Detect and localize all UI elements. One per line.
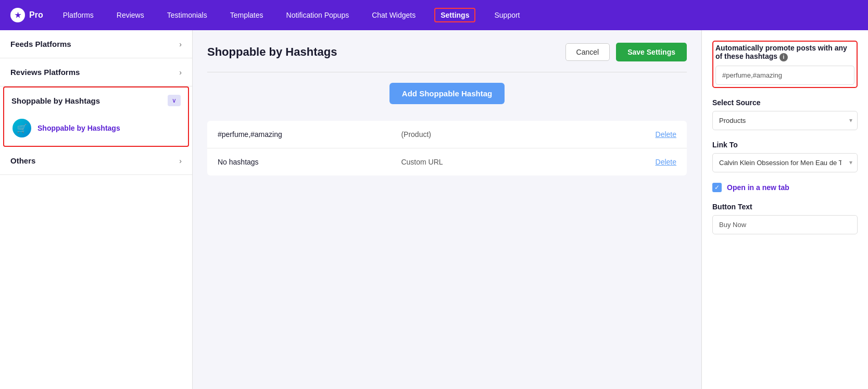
chevron-right-icon: › [179, 40, 182, 48]
button-text-section: Button Text [712, 203, 858, 234]
hashtag-type: Custom URL [401, 158, 584, 166]
open-new-tab-label[interactable]: Open in a new tab [727, 183, 789, 192]
delete-button-1[interactable]: Delete [585, 158, 676, 166]
hashtag-table: #perfume,#amazing (Product) Delete No ha… [207, 121, 687, 175]
nav-testimonials[interactable]: Testimonials [163, 9, 211, 21]
source-select[interactable]: Products [712, 111, 858, 130]
shoppable-sub-item[interactable]: 🛒 Shoppable by Hashtags [4, 114, 188, 146]
shoppable-label: Shoppable by Hashtags [11, 96, 100, 105]
shoppable-header[interactable]: Shoppable by Hashtags ∨ [4, 87, 188, 114]
table-row: #perfume,#amazing (Product) Delete [207, 121, 687, 148]
nav-reviews[interactable]: Reviews [112, 9, 148, 21]
sub-item-label: Shoppable by Hashtags [37, 124, 120, 132]
source-select-wrapper: Products ▾ [712, 111, 858, 130]
cart-icon: 🛒 [12, 119, 31, 137]
promote-box: Automatically promote posts with any of … [712, 41, 858, 88]
hashtag-input[interactable] [715, 66, 854, 85]
add-shoppable-hashtag-button[interactable]: Add Shoppable Hashtag [389, 83, 505, 104]
chevron-down-icon: ∨ [168, 95, 181, 106]
sidebar-item-reviews-platforms[interactable]: Reviews Platforms › [0, 58, 192, 86]
button-text-label: Button Text [712, 203, 858, 211]
app-logo: ★ Pro [10, 8, 43, 22]
sidebar-item-feeds-platforms[interactable]: Feeds Platforms › [0, 30, 192, 58]
main-content: Shoppable by Hashtags Cancel Save Settin… [193, 30, 701, 389]
nav-chat-widgets[interactable]: Chat Widgets [368, 9, 420, 21]
nav-links: Platforms Reviews Testimonials Templates… [59, 8, 858, 22]
delete-button-0[interactable]: Delete [585, 130, 676, 139]
sidebar: Feeds Platforms › Reviews Platforms › Sh… [0, 30, 193, 389]
nav-platforms[interactable]: Platforms [59, 9, 98, 21]
reviews-platforms-label: Reviews Platforms [10, 68, 80, 77]
sidebar-item-others[interactable]: Others › [0, 147, 192, 175]
logo-icon: ★ [10, 8, 25, 22]
select-source-label: Select Source [712, 98, 858, 107]
info-icon[interactable]: i [779, 53, 788, 61]
feeds-platforms-label: Feeds Platforms [10, 40, 71, 48]
promote-title: Automatically promote posts with any of … [715, 44, 854, 61]
nav-support[interactable]: Support [490, 9, 524, 21]
chevron-right-icon: › [179, 157, 182, 165]
table-row: No hashtags Custom URL Delete [207, 148, 687, 175]
link-to-label: Link To [712, 141, 858, 149]
header-actions: Cancel Save Settings [565, 43, 687, 61]
hashtag-type: (Product) [401, 130, 584, 139]
sidebar-active-shoppable: Shoppable by Hashtags ∨ 🛒 Shoppable by H… [3, 86, 189, 147]
nav-settings[interactable]: Settings [434, 8, 475, 22]
nav-notification-popups[interactable]: Notification Popups [282, 9, 354, 21]
hashtag-name: No hashtags [218, 158, 401, 166]
button-text-input[interactable] [712, 215, 858, 234]
page-title: Shoppable by Hashtags [207, 45, 337, 59]
link-to-select[interactable]: Calvin Klein Obsession for Men Eau de To… [712, 153, 858, 172]
top-navigation: ★ Pro Platforms Reviews Testimonials Tem… [0, 0, 868, 30]
divider [207, 72, 687, 72]
main-layout: Feeds Platforms › Reviews Platforms › Sh… [0, 30, 868, 389]
open-new-tab-checkbox[interactable]: ✓ [712, 183, 722, 192]
hashtag-name: #perfume,#amazing [218, 130, 401, 139]
link-to-section: Link To Calvin Klein Obsession for Men E… [712, 141, 858, 172]
cancel-button[interactable]: Cancel [565, 43, 610, 61]
logo-label: Pro [29, 10, 43, 20]
select-source-section: Select Source Products ▾ [712, 98, 858, 130]
chevron-right-icon: › [179, 68, 182, 77]
open-new-tab-row: ✓ Open in a new tab [712, 183, 858, 192]
link-to-select-wrapper: Calvin Klein Obsession for Men Eau de To… [712, 153, 858, 172]
content-header: Shoppable by Hashtags Cancel Save Settin… [207, 43, 687, 61]
right-panel: Automatically promote posts with any of … [701, 30, 868, 389]
nav-templates[interactable]: Templates [226, 9, 268, 21]
save-settings-button[interactable]: Save Settings [616, 43, 687, 61]
others-label: Others [10, 156, 35, 165]
